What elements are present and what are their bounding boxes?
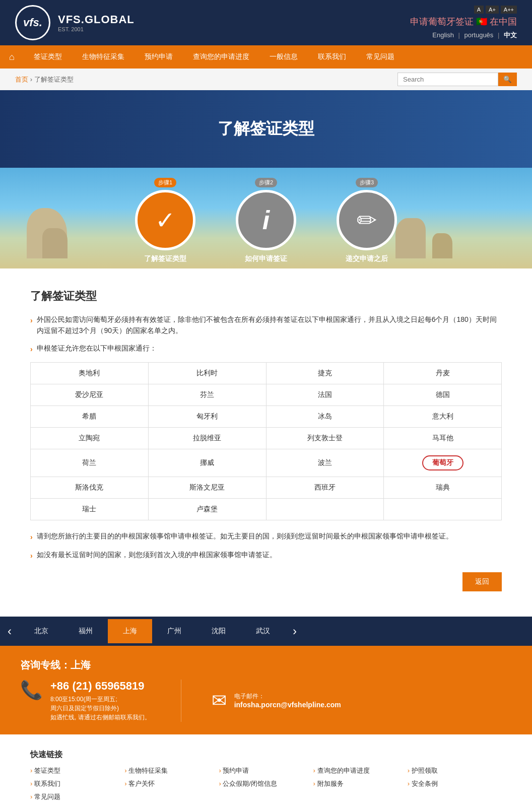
country-cell: 瑞士 [31,499,149,520]
table-row: 斯洛伐克 斯洛文尼亚 西班牙 瑞典 [31,477,502,499]
country-cell: 波兰 [266,449,384,477]
search-button[interactable]: 🔍 [498,73,517,86]
contact-title: 咨询专线：上海 [20,658,512,672]
email-label: 电子邮件： [234,692,341,701]
step-2-label: 如何申请签证 [236,254,296,263]
footer-link-additional[interactable]: 附加服务 [313,779,408,788]
arrow-icon-2: › [30,344,33,355]
font-large-btn[interactable]: A++ [501,6,517,14]
country-label: 在中国 [490,17,517,27]
footer-link-track[interactable]: 查询您的申请进度 [313,766,408,775]
city-tab-wuhan[interactable]: 武汉 [241,619,285,643]
step-2[interactable]: 步骤2 i 如何申请签证 [236,178,296,263]
lang-chinese[interactable]: 中文 [504,31,517,39]
footer-col-4: 查询您的申请进度 附加服务 [313,766,408,805]
arrow-icon-4: › [30,550,33,561]
country-cell: 卢森堡 [148,499,266,520]
home-nav-btn[interactable]: ⌂ [0,46,24,69]
country-cell: 芬兰 [148,384,266,406]
table-row: 立陶宛 拉脱维亚 列支敦士登 马耳他 [31,428,502,449]
country-cell: 丹麦 [384,363,502,384]
city-tab-guangzhou[interactable]: 广州 [152,619,196,643]
nav-faq[interactable]: 常见问题 [356,45,405,69]
nav-appointment[interactable]: 预约申请 [135,45,183,69]
city-tab-shanghai[interactable]: 上海 [108,619,152,643]
step-2-badge: 步骤2 [255,178,277,187]
footer-link-contact[interactable]: 联系我们 [30,779,124,788]
footer-link-safety[interactable]: 安全条例 [408,779,502,788]
top-right: A A+ A++ 申请葡萄牙签证 🇵🇹 在中国 English | portug… [410,6,517,40]
email-icon: ✉ [212,690,227,711]
section-title: 了解签证类型 [30,289,502,304]
nav-track[interactable]: 查询您的申请进度 [183,45,259,69]
country-portugal-cell: 葡萄牙 [384,449,502,477]
step-2-icon: i [262,205,270,235]
footer-col-1: 签证类型 联系我们 常见问题 [30,766,124,805]
logo-text: vfs. [23,16,42,29]
company-name: VFS.GLOBAL [58,13,135,26]
divider [181,680,181,722]
footer-link-customer[interactable]: 客户关怀 [124,779,219,788]
footer-link-faq[interactable]: 常见问题 [30,792,124,801]
page-title-section: 了解签证类型 [0,90,532,168]
step-3-icon: ✏ [357,206,377,234]
lang-english[interactable]: English [432,31,454,39]
footer-col-5: 护照领取 安全条例 [408,766,502,805]
top-bar: vfs. VFS.GLOBAL EST. 2001 A A+ A++ 申请葡萄牙… [0,0,532,45]
footer-link-appointment[interactable]: 预约申请 [219,766,313,775]
steps-section: 步骤1 ✓ 了解签证类型 步骤2 i 如何申请签证 步骤3 ✏ [0,168,532,268]
country-cell: 希腊 [31,406,149,428]
font-size-controls: A A+ A++ [410,6,517,14]
city-next-arrow[interactable]: › [285,617,304,646]
quick-links-cols: 签证类型 联系我们 常见问题 生物特征采集 客户关怀 预约申请 公众假期/闭馆信… [30,766,502,805]
lang-portugues[interactable]: português [464,31,494,39]
paragraph-1: › 外国公民如需访问葡萄牙必须持有有效签证，除非他们不被包含在所有必须持有签证在… [30,314,502,336]
footer-link-holiday[interactable]: 公众假期/闭馆信息 [219,779,313,788]
table-row: 瑞士 卢森堡 [31,499,502,520]
step-1-label: 了解签证类型 [135,254,195,263]
breadcrumb-home[interactable]: 首页 [15,76,28,83]
nav-visa-types[interactable]: 签证类型 [24,45,72,69]
footer-link-passport[interactable]: 护照领取 [408,766,502,775]
paragraph-2: › 申根签证允许您在以下申根国家通行： [30,343,502,355]
country-cell: 意大利 [384,406,502,428]
paragraph-4: › 如没有最长逗留时间的国家，则您须到首次入境的申根国家领事馆申请签证。 [30,549,502,561]
footer-link-visa[interactable]: 签证类型 [30,766,124,775]
font-medium-btn[interactable]: A+ [486,6,499,14]
step-3[interactable]: 步骤3 ✏ 递交申请之后 [337,178,397,263]
table-row: 奥地利 比利时 捷克 丹麦 [31,363,502,384]
step-1-circle: ✓ [135,190,195,250]
back-button[interactable]: 返回 [462,572,502,591]
country-table: 奥地利 比利时 捷克 丹麦 爱沙尼亚 芬兰 法国 德国 希腊 匈牙利 冰岛 意大… [30,362,502,520]
step-2-circle: i [236,190,296,250]
contact-email: ✉ 电子邮件： infosha.porcn@vfshelpline.com [212,680,341,722]
country-cell: 德国 [384,384,502,406]
country-cell: 匈牙利 [148,406,266,428]
city-prev-arrow[interactable]: ‹ [0,617,19,646]
search-breadcrumb-bar: 首页 › 了解签证类型 🔍 [0,69,532,90]
font-small-btn[interactable]: A [474,6,484,14]
footer-col-3: 预约申请 公众假期/闭馆信息 [219,766,313,805]
city-tab-beijing[interactable]: 北京 [19,619,63,643]
footer-link-biometrics[interactable]: 生物特征采集 [124,766,219,775]
country-cell [266,499,384,520]
search-input[interactable] [397,73,498,86]
step-3-label: 递交申请之后 [337,254,397,263]
country-cell: 马耳他 [384,428,502,449]
country-cell: 法国 [266,384,384,406]
table-row: 希腊 匈牙利 冰岛 意大利 [31,406,502,428]
nav-contact[interactable]: 联系我们 [308,45,356,69]
main-nav: ⌂ 签证类型 生物特征采集 预约申请 查询您的申请进度 一般信息 联系我们 常见… [0,45,532,69]
language-bar: English | português | 中文 [410,31,517,40]
table-row: 爱沙尼亚 芬兰 法国 德国 [31,384,502,406]
nav-general-info[interactable]: 一般信息 [259,45,308,69]
country-cell: 斯洛文尼亚 [148,477,266,499]
paragraph-3: › 请到您所旅行的主要目的的申根国家领事馆申请申根签证。如无主要目的国，则须到您… [30,530,502,543]
step-1[interactable]: 步骤1 ✓ 了解签证类型 [135,178,195,263]
city-tab-fuzhou[interactable]: 福州 [63,619,108,643]
city-tab-shenyang[interactable]: 沈阳 [196,619,241,643]
apply-text: 申请葡萄牙签证 🇵🇹 在中国 [410,16,517,28]
nav-biometrics[interactable]: 生物特征采集 [72,45,135,69]
contact-grid: 📞 +86 (21) 65965819 8:00至15:00(周一至周五;周六日… [20,680,512,722]
logo-area: vfs. VFS.GLOBAL EST. 2001 [15,5,135,40]
